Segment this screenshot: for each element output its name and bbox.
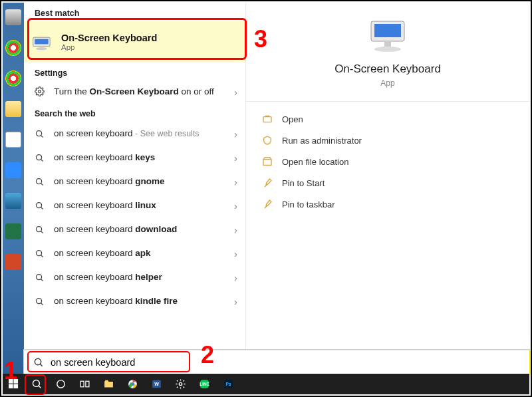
svg-line-15 [41, 255, 43, 257]
desktop-background-sliver [3, 3, 24, 378]
chevron-right-icon: › [234, 152, 237, 164]
chevron-right-icon: › [234, 272, 237, 283]
desktop-icon-chrome[interactable] [5, 40, 21, 56]
svg-line-11 [41, 207, 43, 209]
search-input[interactable] [51, 357, 520, 368]
preview-title: On-Screen Keyboard [334, 63, 441, 76]
search-icon [35, 273, 45, 283]
desktop-icon-powerpoint[interactable] [5, 254, 21, 270]
search-results-left-column: Best match On-Screen Keyboard App Settin… [24, 3, 246, 378]
web-result-5[interactable]: on screen keyboard apk › [24, 241, 245, 265]
search-icon [35, 129, 45, 139]
taskbar: W LINE Ps [24, 374, 529, 394]
svg-rect-24 [263, 117, 271, 122]
desktop-icon-this-pc[interactable] [5, 9, 21, 25]
web-result-6[interactable]: on screen keyboard helper › [24, 265, 245, 289]
taskbar-chrome-button[interactable] [122, 375, 142, 393]
chevron-right-icon: › [234, 248, 237, 259]
best-match-item[interactable]: On-Screen Keyboard App [24, 21, 245, 63]
chevron-right-icon: › [234, 296, 237, 307]
search-icon [35, 177, 45, 187]
svg-line-5 [41, 135, 43, 137]
svg-point-42 [179, 382, 182, 385]
chevron-right-icon: › [234, 86, 237, 98]
chevron-right-icon: › [234, 128, 237, 140]
start-button[interactable] [3, 374, 24, 394]
best-match-subtitle: App [61, 43, 157, 51]
taskbar-cortana-button[interactable] [51, 375, 70, 393]
action-icon [262, 135, 273, 146]
svg-rect-23 [384, 41, 391, 47]
action-pin-to-taskbar[interactable]: Pin to taskbar [246, 194, 529, 215]
svg-point-3 [39, 90, 41, 93]
web-result-4[interactable]: on screen keyboard download › [24, 217, 245, 241]
taskbar-word-button[interactable]: W [146, 375, 166, 393]
desktop-icon-chrome-2[interactable] [5, 70, 21, 86]
web-result-label: on screen keyboard keys [54, 152, 234, 164]
search-preview-pane: On-Screen Keyboard App OpenRun as admini… [246, 3, 529, 378]
taskbar-line-button[interactable]: LINE [194, 375, 214, 393]
web-result-label: on screen keyboard apk [54, 248, 234, 259]
taskbar-file-explorer-button[interactable] [98, 375, 118, 393]
search-icon [33, 357, 44, 368]
desktop-icon-excel[interactable] [5, 223, 21, 239]
svg-line-17 [41, 279, 43, 281]
web-result-label: on screen keyboard linux [54, 200, 234, 211]
web-result-2[interactable]: on screen keyboard gnome › [24, 170, 245, 194]
chevron-right-icon: › [234, 176, 237, 188]
desktop-icon-generic[interactable] [5, 193, 21, 209]
search-icon [35, 297, 45, 307]
web-result-label: on screen keyboard - See web results [54, 128, 234, 140]
taskbar-photoshop-button[interactable]: Ps [218, 375, 238, 393]
desktop-icon-ccleaner[interactable] [5, 101, 21, 117]
action-label: Pin to taskbar [282, 199, 335, 209]
taskbar-task-view-button[interactable] [74, 375, 94, 393]
settings-item-toggle-osk[interactable]: Turn the On-Screen Keyboard on or off › [24, 81, 245, 103]
svg-rect-32 [13, 384, 18, 389]
svg-line-9 [41, 183, 43, 185]
desktop-icon-text-file[interactable] [5, 132, 21, 148]
web-result-7[interactable]: on screen keyboard kindle fire › [24, 289, 245, 313]
action-label: Open file location [282, 157, 348, 167]
section-header-best-match: Best match [24, 3, 245, 21]
taskbar-search-button[interactable] [27, 375, 47, 393]
web-result-3[interactable]: on screen keyboard linux › [24, 194, 245, 217]
preview-header: On-Screen Keyboard App [246, 3, 529, 102]
chevron-right-icon: › [234, 224, 237, 235]
settings-item-label: Turn the On-Screen Keyboard on or off [54, 86, 234, 98]
web-result-1[interactable]: on screen keyboard keys › [24, 146, 245, 170]
search-input-bar[interactable] [24, 350, 529, 374]
svg-text:W: W [154, 382, 159, 387]
preview-subtitle: App [380, 78, 394, 88]
action-label: Pin to Start [282, 178, 325, 188]
action-pin-to-start[interactable]: Pin to Start [246, 172, 529, 194]
svg-line-28 [40, 364, 42, 366]
svg-rect-29 [9, 379, 13, 384]
web-result-label: on screen keyboard download [54, 224, 234, 235]
svg-point-22 [374, 47, 401, 52]
svg-line-7 [41, 159, 43, 161]
action-icon [262, 178, 273, 188]
desktop-icon-zoom[interactable] [5, 162, 21, 178]
svg-text:LINE: LINE [200, 382, 209, 386]
best-match-title: On-Screen Keyboard [61, 33, 157, 43]
svg-point-35 [57, 380, 64, 388]
svg-rect-21 [374, 24, 401, 37]
svg-point-2 [36, 47, 47, 50]
action-open[interactable]: Open [246, 108, 529, 130]
search-icon [35, 201, 45, 211]
search-results-panel: Best match On-Screen Keyboard App Settin… [24, 3, 529, 378]
action-run-as-administrator[interactable]: Run as administrator [246, 130, 529, 151]
gear-icon [35, 86, 45, 96]
action-open-file-location[interactable]: Open file location [246, 151, 529, 172]
search-icon [35, 225, 45, 235]
svg-point-27 [35, 358, 41, 364]
svg-rect-31 [9, 384, 13, 389]
action-label: Open [282, 114, 303, 124]
svg-rect-36 [80, 381, 84, 387]
svg-rect-30 [13, 379, 18, 384]
web-result-label: on screen keyboard kindle fire [54, 296, 234, 307]
taskbar-settings-button[interactable] [170, 375, 190, 393]
web-result-0[interactable]: on screen keyboard - See web results › [24, 122, 245, 146]
svg-rect-1 [35, 39, 48, 45]
